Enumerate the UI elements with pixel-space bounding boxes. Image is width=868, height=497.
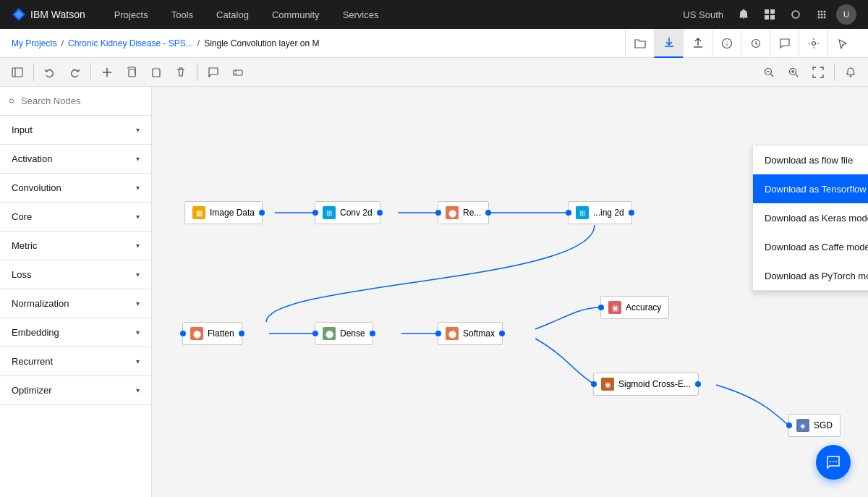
chevron-loss: ▾ <box>136 271 140 279</box>
port-dense-left[interactable] <box>312 331 318 336</box>
add-btn[interactable] <box>95 61 119 84</box>
top-nav-right: US South U <box>683 3 856 26</box>
upload-action[interactable] <box>683 29 712 58</box>
toolbar-sep-1 <box>33 64 34 81</box>
nav-community[interactable]: Community <box>260 0 331 29</box>
node-sigmoid[interactable]: ◉ Sigmoid Cross-E... <box>593 373 699 396</box>
breadcrumb-my-projects[interactable]: My Projects <box>12 38 57 48</box>
bell-icon[interactable] <box>784 3 807 26</box>
port-conv2d-left[interactable] <box>312 210 318 216</box>
top-nav: IBM Watson Projects Tools Catalog Commun… <box>0 0 868 29</box>
panel-toggle-btn[interactable] <box>6 61 29 84</box>
breadcrumb-actions: i <box>625 29 856 58</box>
node-sgd[interactable]: ◈ SGD <box>788 414 841 437</box>
dropdown-item-tensorflow[interactable]: Download as Tensorflow model <box>753 174 868 203</box>
node-sigmoid-label: Sigmoid Cross-E... <box>618 379 691 389</box>
flatten-icon: ⬤ <box>190 327 203 340</box>
logo-text: IBM Watson <box>30 9 85 20</box>
zoom-out-btn[interactable] <box>757 61 780 84</box>
node-dense[interactable]: ⬤ Dense <box>315 322 373 345</box>
port-re-right[interactable] <box>485 210 491 216</box>
chat-button[interactable] <box>816 445 851 480</box>
dropdown-item-flow[interactable]: Download as flow file <box>753 145 868 174</box>
nav-tools[interactable]: Tools <box>160 0 205 29</box>
port-pooling2d-right[interactable] <box>629 210 634 216</box>
toolbar-sep-3 <box>197 64 197 81</box>
chevron-embedding: ▾ <box>136 328 140 336</box>
nav-catalog[interactable]: Catalog <box>205 0 260 29</box>
dropdown-item-pytorch[interactable]: Download as PyTorch model <box>753 261 868 290</box>
open-folder-action[interactable] <box>625 29 654 58</box>
sidebar-item-embedding[interactable]: Embedding ▾ <box>0 318 151 347</box>
zoom-in-btn[interactable] <box>782 61 805 84</box>
svg-point-12 <box>824 14 826 16</box>
port-pooling2d-left[interactable] <box>566 210 571 216</box>
node-re[interactable]: ⬤ Re... <box>438 201 489 224</box>
chat-action[interactable] <box>770 29 799 58</box>
port-softmax-left[interactable] <box>435 331 441 336</box>
info-action[interactable]: i <box>712 29 741 58</box>
main-layout: Input ▾ Activation ▾ Convolution ▾ Core … <box>0 87 868 497</box>
copy-btn[interactable] <box>120 61 143 84</box>
node-image-data[interactable]: ▦ Image Data <box>184 201 263 224</box>
avatar[interactable]: U <box>836 4 856 25</box>
node-conv2d[interactable]: ⊞ Conv 2d <box>315 201 380 224</box>
svg-rect-3 <box>770 9 775 14</box>
delete-btn[interactable] <box>169 61 192 84</box>
port-sgd-left[interactable] <box>786 422 792 428</box>
expand-btn[interactable] <box>226 61 250 84</box>
svg-rect-24 <box>129 69 135 77</box>
sidebar-item-recurrent[interactable]: Recurrent ▾ <box>0 347 151 376</box>
fit-btn[interactable] <box>807 61 830 84</box>
nav-services[interactable]: Services <box>331 0 391 29</box>
node-dense-label: Dense <box>340 328 365 339</box>
comment-btn[interactable] <box>202 61 225 84</box>
port-flatten-right[interactable] <box>239 331 244 336</box>
undo-btn[interactable] <box>38 61 61 84</box>
sidebar-item-normalization[interactable]: Normalization ▾ <box>0 289 151 318</box>
sidebar-item-activation[interactable]: Activation ▾ <box>0 145 151 174</box>
breadcrumb-project[interactable]: Chronic Kidney Disease - SPS... <box>68 38 193 48</box>
sidebar-item-loss[interactable]: Loss ▾ <box>0 260 151 289</box>
sidebar-item-optimizer[interactable]: Optimizer ▾ <box>0 376 151 405</box>
history-action[interactable] <box>741 29 770 58</box>
redo-btn[interactable] <box>63 61 86 84</box>
svg-line-34 <box>796 75 798 77</box>
node-re-label: Re... <box>463 208 481 218</box>
dashboard-icon[interactable] <box>758 3 781 26</box>
download-action[interactable] <box>654 29 683 58</box>
port-image-data-right[interactable] <box>259 210 265 216</box>
sidebar-item-metric[interactable]: Metric ▾ <box>0 231 151 260</box>
canvas[interactable]: ▦ Image Data ⊞ Conv 2d ⬤ Re... ⊞ ...ing … <box>152 87 868 497</box>
settings-action[interactable] <box>799 29 827 58</box>
sidebar-item-core[interactable]: Core ▾ <box>0 203 151 231</box>
svg-text:i: i <box>726 41 728 48</box>
port-sigmoid-left[interactable] <box>591 381 597 387</box>
grid-icon[interactable] <box>810 3 833 26</box>
node-pooling2d-label: ...ing 2d <box>593 208 624 218</box>
port-conv2d-right[interactable] <box>377 210 383 216</box>
dropdown-item-keras[interactable]: Download as Keras model <box>753 203 868 232</box>
nav-projects[interactable]: Projects <box>103 0 160 29</box>
node-softmax[interactable]: ⬤ Softmax <box>438 322 503 345</box>
node-accuracy[interactable]: ▣ Accuracy <box>600 296 669 319</box>
notification-btn[interactable] <box>839 61 862 84</box>
port-re-left[interactable] <box>435 210 441 216</box>
port-accuracy-left[interactable] <box>598 305 604 310</box>
port-dense-right[interactable] <box>370 331 375 336</box>
navigate-action[interactable] <box>827 29 856 58</box>
paste-btn[interactable] <box>145 61 168 84</box>
port-softmax-right[interactable] <box>499 331 505 336</box>
notifications-icon[interactable] <box>732 3 755 26</box>
dropdown-item-caffe[interactable]: Download as Caffe model <box>753 232 868 261</box>
node-flatten[interactable]: ⬤ Flatten <box>182 322 242 345</box>
node-pooling2d[interactable]: ⊞ ...ing 2d <box>568 201 632 224</box>
port-flatten-left[interactable] <box>180 331 186 336</box>
accuracy-icon: ▣ <box>608 301 621 314</box>
sidebar-item-convolution[interactable]: Convolution ▾ <box>0 174 151 203</box>
search-input[interactable] <box>21 95 142 106</box>
sidebar-label-loss: Loss <box>12 269 31 280</box>
port-sigmoid-right[interactable] <box>695 381 701 387</box>
sidebar-item-input[interactable]: Input ▾ <box>0 116 151 145</box>
logo[interactable]: IBM Watson <box>12 7 85 22</box>
